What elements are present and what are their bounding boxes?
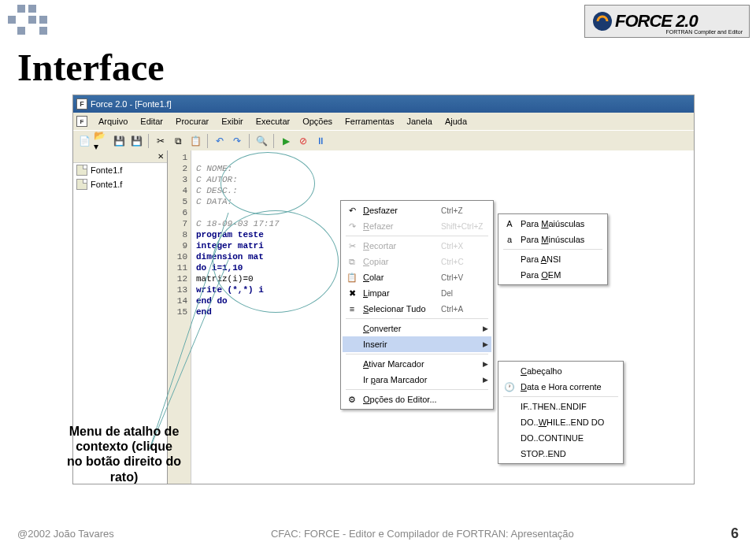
paste-button[interactable]: 📋 xyxy=(187,133,203,149)
menu-label: Ativar Marcador xyxy=(363,359,478,369)
menu-item[interactable]: APara Maiúsculas xyxy=(500,216,606,232)
menu-item[interactable]: ≡Selecionar TudoCtrl+A xyxy=(343,301,491,317)
menu-label: Para OEM xyxy=(521,270,602,280)
menu-item[interactable]: 🕐Data e Hora corrente xyxy=(500,379,621,395)
menu-label: Refazer xyxy=(363,221,436,231)
page-number: 6 xyxy=(731,525,739,542)
window-title: Force 2.0 - [Fonte1.f] xyxy=(91,99,172,109)
footer: @2002 João Tavares CFAC: FORCE - Editor … xyxy=(17,525,739,542)
footer-center: CFAC: FORCE - Editor e Compilador de FOR… xyxy=(114,528,731,540)
toolbar: 📄 📂▾ 💾 💾 ✂ ⧉ 📋 ↶ ↷ 🔍 ▶ ⊘ ⏸ xyxy=(73,130,694,150)
brand-sub: FORTRAN Compiler and Editor xyxy=(665,29,743,35)
menu-item[interactable]: ⚙Opções do Editor... xyxy=(343,392,491,407)
redo-button[interactable]: ↷ xyxy=(229,133,245,149)
menu-item[interactable]: DO..CONTINUE xyxy=(500,430,621,446)
copy-button[interactable]: ⧉ xyxy=(170,133,186,149)
doc-icon[interactable]: F xyxy=(76,116,87,127)
file-icon xyxy=(76,179,87,190)
submenu-arrow-icon: ▶ xyxy=(483,340,488,348)
menu-label: Ir para Marcador xyxy=(363,375,478,384)
insert-submenu: Cabeçalho🕐Data e Hora correnteIF..THEN..… xyxy=(498,361,624,464)
menu-label: Limpar xyxy=(363,288,436,298)
menu-label: Colar xyxy=(363,273,436,282)
menu-item[interactable]: DO..WHILE..END DO xyxy=(500,414,621,430)
menu-item[interactable]: Inserir▶ xyxy=(343,336,491,352)
menu-item[interactable]: Para OEM xyxy=(500,267,606,283)
menu-ajuda[interactable]: Ajuda xyxy=(439,117,473,126)
menubar: F Arquivo Editar Procurar Exibir Executa… xyxy=(73,113,694,130)
menu-label: DO..WHILE..END DO xyxy=(521,418,618,427)
menu-janela[interactable]: Janela xyxy=(400,117,438,126)
menu-label: Selecionar Tudo xyxy=(363,304,436,314)
saveall-button[interactable]: 💾 xyxy=(128,133,144,149)
menu-opcoes[interactable]: Opções xyxy=(296,117,339,126)
menu-label: DO..CONTINUE xyxy=(521,433,618,443)
menu-label: Inserir xyxy=(363,340,478,349)
menu-item[interactable]: Para ANSI xyxy=(500,251,606,267)
search-button[interactable]: 🔍 xyxy=(254,133,269,149)
menu-arquivo[interactable]: Arquivo xyxy=(92,117,134,126)
menu-item[interactable]: ↶DesfazerCtrl+Z xyxy=(343,202,491,218)
open-button[interactable]: 📂▾ xyxy=(94,133,109,149)
menu-label: Data e Hora corrente xyxy=(521,382,618,392)
menu-label: Cabeçalho xyxy=(521,366,618,376)
brand-logo: FORCE 2.0 FORTRAN Compiler and Editor xyxy=(584,5,750,38)
menu-item: ✂RecortarCtrl+X xyxy=(343,238,491,254)
file-item[interactable]: Fonte1.f xyxy=(73,163,167,177)
menu-label: Para Maiúsculas xyxy=(521,219,602,228)
menu-item[interactable]: ✖LimparDel xyxy=(343,285,491,301)
save-button[interactable]: 💾 xyxy=(111,133,127,149)
menu-label: Copiar xyxy=(363,257,436,266)
menu-icon: ⧉ xyxy=(346,257,358,267)
menu-item[interactable]: STOP..END xyxy=(500,446,621,462)
submenu-arrow-icon: ▶ xyxy=(483,325,488,332)
menu-icon: 🕐 xyxy=(503,382,516,392)
menu-item[interactable]: Ir para Marcador▶ xyxy=(343,372,491,388)
panel-close[interactable]: ✕ xyxy=(73,150,167,163)
pause-button[interactable]: ⏸ xyxy=(313,133,328,149)
stop-button[interactable]: ⊘ xyxy=(295,133,311,149)
menu-executar[interactable]: Executar xyxy=(250,117,296,126)
menu-icon: ⚙ xyxy=(346,395,358,405)
menu-item[interactable]: 📋ColarCtrl+V xyxy=(343,269,491,285)
menu-item[interactable]: Cabeçalho xyxy=(500,363,621,379)
menu-item[interactable]: IF..THEN..ENDIF xyxy=(500,399,621,414)
app-icon: F xyxy=(76,98,87,109)
file-item[interactable]: Fonte1.f xyxy=(73,177,167,191)
deco-squares xyxy=(8,5,55,40)
file-icon xyxy=(76,165,87,176)
cut-button[interactable]: ✂ xyxy=(153,133,169,149)
menu-item: ⧉CopiarCtrl+C xyxy=(343,254,491,269)
menu-label: Converter xyxy=(363,324,478,333)
menu-label: Para ANSI xyxy=(521,254,602,264)
menu-exibir[interactable]: Exibir xyxy=(215,117,250,126)
menu-icon: ≡ xyxy=(346,304,358,314)
menu-icon: ↷ xyxy=(346,221,358,232)
run-button[interactable]: ▶ xyxy=(278,133,294,149)
svg-point-0 xyxy=(593,12,612,31)
menu-icon: a xyxy=(503,235,516,244)
titlebar[interactable]: F Force 2.0 - [Fonte1.f] xyxy=(73,95,694,113)
menu-label: STOP..END xyxy=(521,449,618,458)
page-title: Interface xyxy=(17,46,165,89)
menu-item[interactable]: Ativar Marcador▶ xyxy=(343,356,491,372)
new-button[interactable]: 📄 xyxy=(76,133,92,149)
menu-item: ↷RefazerShift+Ctrl+Z xyxy=(343,218,491,234)
menu-ferramentas[interactable]: Ferramentas xyxy=(339,117,400,126)
copyright: @2002 João Tavares xyxy=(17,528,114,540)
menu-item[interactable]: aPara Minúsculas xyxy=(500,232,606,247)
menu-procurar[interactable]: Procurar xyxy=(169,117,215,126)
menu-item[interactable]: Converter▶ xyxy=(343,321,491,336)
menu-editar[interactable]: Editar xyxy=(134,117,169,126)
convert-submenu: APara MaiúsculasaPara MinúsculasPara ANS… xyxy=(498,213,608,285)
code-area[interactable]: C NOME:C AUTOR:C DESC.:C DATA:C 18-09-03… xyxy=(191,150,280,484)
callout-text: Menu de atalho de contexto (clique no bo… xyxy=(67,424,181,484)
menu-label: Desfazer xyxy=(363,206,436,215)
menu-icon: 📋 xyxy=(346,273,358,283)
submenu-arrow-icon: ▶ xyxy=(483,360,488,368)
undo-button[interactable]: ↶ xyxy=(212,133,228,149)
menu-icon: ✖ xyxy=(346,288,358,299)
menu-label: Para Minúsculas xyxy=(521,235,602,244)
menu-icon: ↶ xyxy=(346,206,358,216)
menu-label: Opções do Editor... xyxy=(363,395,488,404)
